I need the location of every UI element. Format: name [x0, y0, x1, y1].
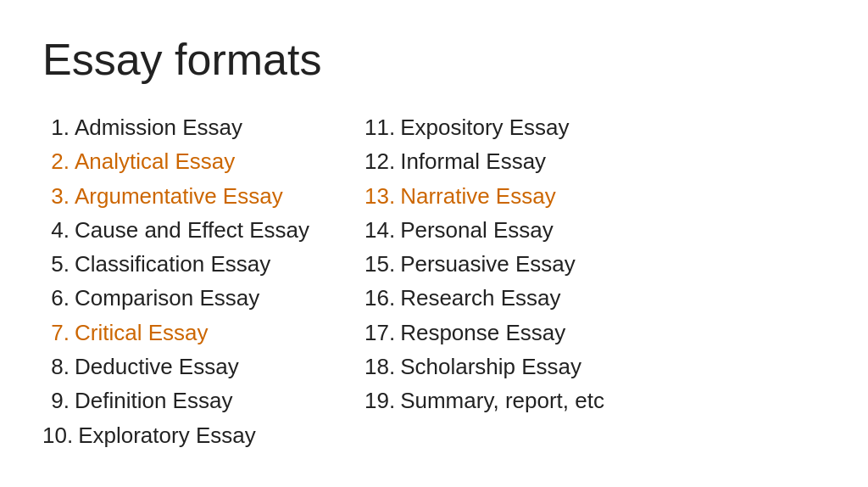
item-text: Informal Essay [400, 144, 546, 178]
list-item: 9.Definition Essay [42, 383, 364, 417]
list-item: 4.Cause and Effect Essay [42, 213, 364, 247]
item-number: 15. [364, 247, 400, 281]
item-number: 10. [42, 418, 78, 452]
item-text: Critical Essay [75, 316, 208, 350]
item-number: 19. [364, 383, 400, 417]
item-number: 8. [42, 350, 75, 383]
page: Essay formats 1.Admission Essay2.Analyti… [0, 0, 868, 487]
item-text: Classification Essay [75, 247, 270, 281]
item-number: 7. [42, 316, 75, 350]
list-item: 7.Critical Essay [42, 316, 364, 350]
item-text: Expository Essay [400, 110, 569, 144]
list-item: 19.Summary, report, etc [364, 383, 687, 417]
item-number: 16. [364, 281, 400, 315]
list-item: 10.Exploratory Essay [42, 418, 364, 452]
item-number: 2. [42, 144, 75, 178]
item-text: Scholarship Essay [400, 350, 581, 383]
item-number: 9. [42, 383, 75, 417]
item-number: 1. [42, 110, 75, 144]
item-number: 6. [42, 281, 75, 315]
left-column: 1.Admission Essay2.Analytical Essay3.Arg… [42, 110, 364, 452]
list-item: 17.Response Essay [364, 316, 687, 350]
list-item: 11.Expository Essay [364, 110, 687, 144]
right-column: 11.Expository Essay12.Informal Essay13.N… [364, 110, 687, 418]
list-item: 3.Argumentative Essay [42, 179, 364, 213]
item-number: 5. [42, 247, 75, 281]
list-item: 15.Persuasive Essay [364, 247, 687, 281]
item-text: Cause and Effect Essay [75, 213, 309, 247]
item-text: Argumentative Essay [75, 179, 283, 213]
item-text: Research Essay [400, 281, 560, 315]
item-text: Analytical Essay [75, 144, 235, 178]
item-number: 4. [42, 213, 75, 247]
list-item: 18.Scholarship Essay [364, 350, 687, 383]
item-text: Persuasive Essay [400, 247, 576, 281]
item-number: 11. [364, 110, 400, 144]
item-number: 17. [364, 316, 400, 350]
item-text: Response Essay [400, 316, 565, 350]
item-number: 18. [364, 350, 400, 383]
list-item: 1.Admission Essay [42, 110, 364, 144]
item-number: 14. [364, 213, 400, 247]
list-item: 2.Analytical Essay [42, 144, 364, 178]
item-number: 12. [364, 144, 400, 178]
item-text: Narrative Essay [400, 179, 556, 213]
list-item: 14.Personal Essay [364, 213, 687, 247]
item-text: Deductive Essay [75, 350, 239, 383]
item-text: Exploratory Essay [78, 418, 256, 452]
item-text: Definition Essay [75, 383, 232, 417]
page-title: Essay formats [42, 34, 826, 85]
list-item: 8.Deductive Essay [42, 350, 364, 383]
list-item: 13.Narrative Essay [364, 179, 687, 213]
item-number: 3. [42, 179, 75, 213]
lists-container: 1.Admission Essay2.Analytical Essay3.Arg… [42, 110, 826, 452]
list-item: 12.Informal Essay [364, 144, 687, 178]
item-text: Admission Essay [75, 110, 242, 144]
list-item: 5.Classification Essay [42, 247, 364, 281]
list-item: 16.Research Essay [364, 281, 687, 315]
item-text: Comparison Essay [75, 281, 259, 315]
list-item: 6.Comparison Essay [42, 281, 364, 315]
item-number: 13. [364, 179, 400, 213]
item-text: Personal Essay [400, 213, 554, 247]
item-text: Summary, report, etc [400, 383, 604, 417]
